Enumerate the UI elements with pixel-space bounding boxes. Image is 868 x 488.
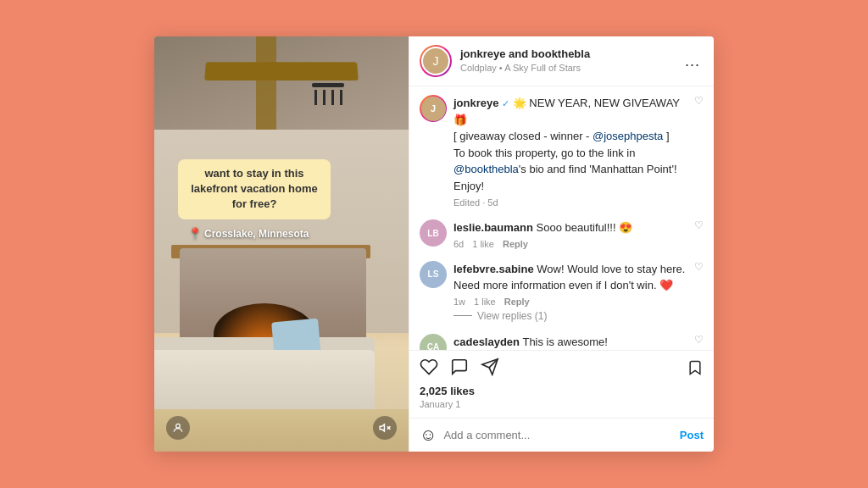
add-comment-bar: ☺ Post (409, 418, 714, 452)
comment-icon[interactable] (450, 358, 469, 380)
floor (154, 409, 409, 452)
caption-mention-book[interactable]: @bookthebla (453, 163, 519, 175)
svg-point-0 (176, 424, 181, 428)
instagram-post-card: want to stay in this lakefront vacation … (154, 36, 714, 452)
comments-area: J jonkreye ✓ 🌟 NEW YEAR, NEW GIVEAWAY🎁 [… (409, 86, 714, 350)
post-comment-button[interactable]: Post (680, 429, 704, 441)
header-song: Coldplay • A Sky Full of Stars (460, 62, 673, 74)
caption-book-text: To book this property, go to the link in (453, 147, 635, 159)
lefebvre-time: 1w (453, 297, 465, 307)
header-username[interactable]: jonkreye and bookthebla (460, 47, 673, 62)
video-overlay-text: want to stay in this lakefront vacation … (178, 159, 331, 219)
lefebvre-likes[interactable]: 1 like (474, 297, 496, 307)
lefebvre-reply-btn[interactable]: Reply (504, 297, 530, 307)
pin-icon: 📍 (188, 227, 202, 240)
post-avatar[interactable]: J (420, 45, 452, 77)
bookmark-icon[interactable] (687, 359, 704, 379)
post-header: J jonkreye and bookthebla Coldplay • A S… (409, 36, 714, 86)
caption-text: jonkreye ✓ 🌟 NEW YEAR, NEW GIVEAWAY🎁 [ g… (453, 95, 687, 194)
lefebvre-meta: 1w 1 like Reply (453, 297, 687, 307)
post-caption: J jonkreye ✓ 🌟 NEW YEAR, NEW GIVEAWAY🎁 [… (420, 95, 704, 208)
profile-icon[interactable] (166, 416, 190, 440)
caption-username[interactable]: jonkreye (453, 97, 498, 109)
leslie-time: 6d (453, 239, 464, 249)
action-bar: 2,025 likes January 1 (409, 350, 714, 418)
post-date: January 1 (420, 399, 704, 409)
lefebvre-avatar[interactable]: LS (420, 261, 447, 288)
caption-avatar[interactable]: J (420, 95, 447, 122)
video-location: 📍 Crosslake, Minnesota (188, 227, 309, 240)
lefebvre-text: lefebvre.sabine Wow! Would love to stay … (453, 261, 687, 294)
room-ceiling (154, 36, 409, 138)
video-panel: want to stay in this lakefront vacation … (154, 36, 409, 452)
mute-icon[interactable] (373, 416, 397, 440)
room-beam2 (256, 36, 276, 130)
cades-username[interactable]: cadeslayden (453, 336, 520, 348)
header-info: jonkreye and bookthebla Coldplay • A Sky… (460, 47, 673, 74)
likes-count: 2,025 likes (420, 385, 704, 397)
leslie-heart-icon[interactable]: ♡ (694, 219, 704, 231)
edited-label: Edited · 5d (453, 197, 687, 208)
leslie-username[interactable]: leslie.baumann (453, 221, 533, 234)
comment-leslie: LB leslie.baumann Sooo beautiful!!! 😍 6d… (420, 219, 704, 249)
action-icons (420, 358, 704, 380)
leslie-body: leslie.baumann Sooo beautiful!!! 😍 6d 1 … (453, 219, 687, 249)
lefebvre-username[interactable]: lefebvre.sabine (453, 263, 534, 275)
caption-winner-line: [ giveaway closed - winner - (453, 130, 593, 142)
leslie-text: leslie.baumann Sooo beautiful!!! 😍 (453, 219, 687, 236)
cades-avatar[interactable]: CA (420, 334, 447, 351)
caption-verified-icon: ✓ (502, 98, 509, 108)
emoji-icon[interactable]: ☺ (420, 425, 437, 445)
cades-text: cadeslayden This is awesome! (453, 334, 687, 351)
comment-lefebvre: LS lefebvre.sabine Wow! Would love to st… (420, 261, 704, 322)
more-options-button[interactable]: ... (682, 53, 704, 70)
view-replies-label[interactable]: View replies (1) (477, 310, 547, 322)
comment-cades: CA cadeslayden This is awesome! 1w 1 lik… (420, 334, 704, 351)
lefebvre-heart-icon[interactable]: ♡ (694, 261, 704, 273)
leslie-likes[interactable]: 1 like (472, 239, 494, 249)
view-replies-btn[interactable]: View replies (1) (453, 310, 687, 322)
caption-heart-icon[interactable]: ♡ (694, 95, 704, 107)
leslie-reply-btn[interactable]: Reply (503, 239, 528, 249)
cades-body: cadeslayden This is awesome! 1w 1 like R… (453, 334, 687, 351)
lefebvre-body: lefebvre.sabine Wow! Would love to stay … (453, 261, 687, 322)
caption-mention-joseph[interactable]: @josephpesta (593, 130, 663, 142)
chandelier (311, 83, 345, 125)
leslie-meta: 6d 1 like Reply (453, 239, 687, 249)
leslie-avatar[interactable]: LB (420, 219, 447, 247)
share-icon[interactable] (481, 358, 499, 380)
svg-marker-1 (380, 424, 384, 431)
room-beam (204, 62, 359, 80)
comment-input[interactable] (443, 429, 672, 441)
like-icon[interactable] (420, 358, 438, 380)
caption-body: jonkreye ✓ 🌟 NEW YEAR, NEW GIVEAWAY🎁 [ g… (453, 95, 687, 208)
right-panel: J jonkreye and bookthebla Coldplay • A S… (409, 36, 714, 452)
cades-heart-icon[interactable]: ♡ (694, 334, 704, 346)
avatar-initials: J (421, 47, 450, 75)
